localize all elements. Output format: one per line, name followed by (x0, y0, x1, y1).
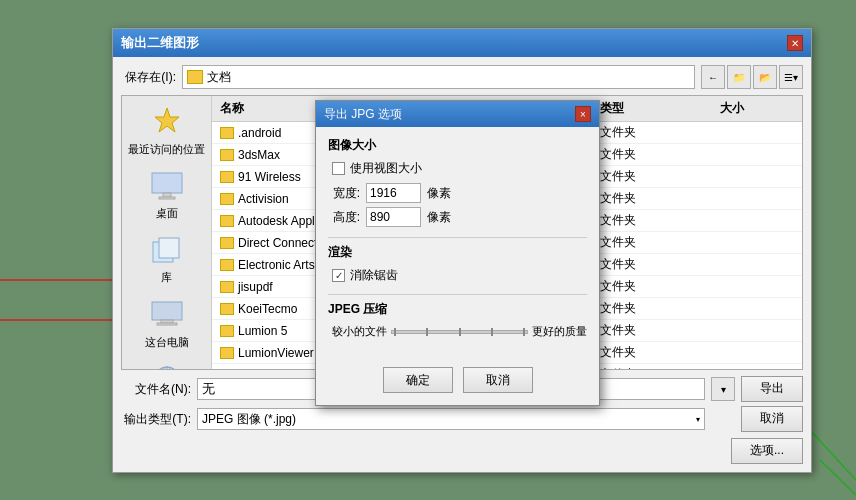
antialias-checkbox[interactable]: ✓ (332, 269, 345, 282)
file-size-cell (712, 220, 792, 222)
quality-label-right: 更好的质量 (532, 324, 587, 339)
file-size-cell (712, 352, 792, 354)
file-size-cell (712, 242, 792, 244)
sidebar-desktop-label: 桌面 (156, 207, 178, 220)
toolbar-icons: ← 📁 📂 ☰▾ (701, 65, 803, 89)
width-label: 宽度: (332, 185, 360, 202)
sidebar-item-library[interactable]: 库 (127, 232, 207, 284)
file-folder-icon (220, 325, 234, 337)
sidebar-library-label: 库 (161, 271, 172, 284)
file-type-cell: 文件夹 (592, 321, 712, 340)
file-type-cell: 文件夹 (592, 277, 712, 296)
file-name: Lumion 5 (238, 324, 287, 338)
file-size-cell (712, 176, 792, 178)
filename-label: 文件名(N): (121, 381, 191, 398)
file-name: 91 Wireless (238, 170, 301, 184)
filetype-value: JPEG 图像 (*.jpg) (202, 411, 296, 428)
slider-dot (426, 328, 428, 336)
file-name: jisupdf (238, 280, 273, 294)
save-location-combo[interactable]: 文档 (182, 65, 695, 89)
height-input[interactable] (366, 207, 421, 227)
svg-rect-5 (152, 173, 182, 193)
quality-label-left: 较小的文件 (332, 324, 387, 339)
render-section-title: 渲染 (328, 244, 587, 261)
sidebar-item-desktop[interactable]: 桌面 (127, 168, 207, 220)
file-type-cell: 文件夹 (592, 365, 712, 369)
height-label: 高度: (332, 209, 360, 226)
options-button[interactable]: 选项... (731, 438, 803, 464)
filetype-combo[interactable]: JPEG 图像 (*.jpg) ▾ (197, 408, 705, 430)
jpeg-section: 较小的文件 更好的质量 (332, 324, 587, 339)
file-type-cell: 文件夹 (592, 167, 712, 186)
filename-dropdown-arrow[interactable]: ▾ (711, 377, 735, 401)
file-folder-icon (220, 215, 234, 227)
svg-rect-12 (157, 323, 177, 325)
slider-dots (392, 328, 527, 336)
file-folder-icon (220, 369, 234, 370)
slider-dot (491, 328, 493, 336)
file-type-cell: 文件夹 (592, 211, 712, 230)
file-name: My 3D Mode... (238, 368, 316, 370)
svg-line-2 (810, 430, 856, 480)
filetype-row: 输出类型(T): JPEG 图像 (*.jpg) ▾ 取消 (121, 406, 803, 432)
width-row: 宽度: 像素 (332, 183, 587, 203)
column-size-header: 大小 (712, 98, 792, 119)
file-folder-icon (220, 303, 234, 315)
jpg-cancel-button[interactable]: 取消 (463, 367, 533, 393)
divider-2 (328, 294, 587, 295)
svg-marker-4 (155, 108, 179, 132)
desktop-icon (149, 168, 185, 204)
file-name: 3dsMax (238, 148, 280, 162)
jpg-dialog-body: 图像大小 使用视图大小 宽度: 像素 高度: 像素 渲染 (316, 127, 599, 359)
save-location-row: 保存在(I): 文档 ← 📁 📂 ☰▾ (121, 65, 803, 89)
file-name: Autodesk Appl... (238, 214, 325, 228)
use-view-size-checkbox[interactable] (332, 162, 345, 175)
main-dialog-titlebar: 输出二维图形 ✕ (113, 29, 811, 57)
file-name: Direct Connect (238, 236, 317, 250)
svg-rect-10 (152, 302, 182, 320)
nav-back-button[interactable]: ← (701, 65, 725, 89)
image-size-section-title: 图像大小 (328, 137, 587, 154)
width-input[interactable] (366, 183, 421, 203)
file-size-cell (712, 330, 792, 332)
save-location-value: 文档 (207, 69, 231, 86)
nav-up-button[interactable]: 📁 (727, 65, 751, 89)
file-size-cell (712, 286, 792, 288)
file-size-cell (712, 132, 792, 134)
view-toggle-button[interactable]: ☰▾ (779, 65, 803, 89)
computer-icon (149, 297, 185, 333)
antialias-check-mark: ✓ (335, 270, 343, 281)
ok-button[interactable]: 确定 (383, 367, 453, 393)
sidebar-computer-label: 这台电脑 (145, 336, 189, 349)
filetype-combo-arrow: ▾ (696, 415, 700, 424)
cancel-button[interactable]: 取消 (741, 406, 803, 432)
quality-slider[interactable] (391, 330, 528, 334)
main-dialog-title: 输出二维图形 (121, 34, 199, 52)
new-folder-button[interactable]: 📂 (753, 65, 777, 89)
file-name: Activision (238, 192, 289, 206)
jpg-dialog-close-button[interactable]: × (575, 106, 591, 122)
file-size-cell (712, 308, 792, 310)
filetype-label: 输出类型(T): (121, 411, 191, 428)
sidebar-item-computer[interactable]: 这台电脑 (127, 297, 207, 349)
file-name: Electronic Arts (238, 258, 315, 272)
quality-slider-container: 较小的文件 更好的质量 (332, 324, 587, 339)
sidebar-item-recent[interactable]: 最近访问的位置 (127, 104, 207, 156)
file-folder-icon (220, 149, 234, 161)
file-type-cell: 文件夹 (592, 233, 712, 252)
svg-rect-9 (159, 238, 179, 258)
export-button[interactable]: 导出 (741, 376, 803, 402)
main-dialog-close-button[interactable]: ✕ (787, 35, 803, 51)
use-view-size-label: 使用视图大小 (350, 160, 422, 177)
slider-dot (394, 328, 396, 336)
column-type-header: 类型 (592, 98, 712, 119)
file-size-cell (712, 264, 792, 266)
svg-line-3 (820, 460, 856, 495)
file-folder-icon (220, 193, 234, 205)
sidebar-recent-label: 最近访问的位置 (128, 143, 205, 156)
recent-icon (149, 104, 185, 140)
file-folder-icon (220, 281, 234, 293)
file-size-cell (712, 198, 792, 200)
svg-rect-6 (163, 193, 171, 197)
sidebar-item-network[interactable]: 网络 (127, 361, 207, 370)
